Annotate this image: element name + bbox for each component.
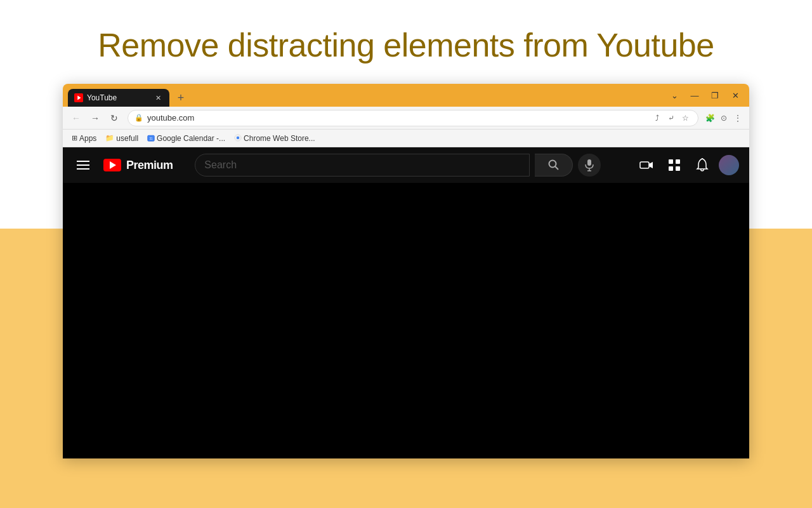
menu-icon[interactable]: ⋮ — [731, 112, 744, 124]
usefull-label: usefull — [116, 134, 138, 143]
tab-title: YouTube — [87, 93, 149, 102]
bookmark-chrome-store[interactable]: Chrome Web Store... — [230, 133, 319, 144]
chrome-navbar: ← → ↻ 🔒 youtube.com ⤴ ⤶ ☆ 🧩 ⊙ ⋮ — [63, 107, 749, 130]
address-bar[interactable]: 🔒 youtube.com ⤴ ⤶ ☆ — [128, 110, 698, 126]
yt-mic-button[interactable] — [578, 154, 601, 177]
yt-search-button[interactable] — [535, 154, 573, 177]
browser-window: YouTube ✕ + ⌄ — ❐ ✕ ← → ↻ 🔒 youtube.com … — [63, 84, 749, 458]
svg-point-6 — [237, 137, 240, 140]
svg-rect-8 — [77, 164, 89, 166]
yt-logo-icon — [103, 159, 121, 171]
folder-icon: 📁 — [105, 134, 114, 142]
lock-icon: 🔒 — [134, 114, 143, 122]
svg-rect-7 — [77, 161, 89, 162]
window-controls: ⌄ — ❐ ✕ — [665, 86, 744, 104]
bookmark-gcalendar[interactable]: 31 Google Calendar -... — [143, 133, 229, 144]
tab-area: YouTube ✕ + — [68, 84, 662, 107]
close-button[interactable]: ✕ — [726, 86, 744, 104]
bookmark-apps[interactable]: ⊞ Apps — [68, 133, 100, 144]
yt-menu-icon[interactable] — [73, 155, 93, 175]
nav-right-icons: 🧩 ⊙ ⋮ — [704, 112, 744, 124]
svg-rect-20 — [676, 166, 680, 171]
yt-create-icon[interactable] — [635, 154, 658, 177]
yt-content-area — [63, 183, 749, 458]
yt-header-right — [635, 154, 739, 177]
tab-close-button[interactable]: ✕ — [153, 93, 163, 103]
svg-point-10 — [549, 161, 556, 168]
yt-avatar[interactable] — [719, 155, 739, 175]
svg-rect-9 — [77, 168, 89, 170]
yt-play-triangle — [110, 161, 116, 169]
translate-icon[interactable]: ⤴ — [651, 112, 664, 124]
chrome-store-icon — [234, 134, 242, 143]
yt-search-area: Search — [195, 154, 601, 177]
apps-label: Apps — [79, 134, 96, 143]
apps-icon: ⊞ — [72, 134, 77, 142]
yt-search-bar[interactable]: Search — [195, 154, 530, 177]
gcalendar-label: Google Calendar -... — [157, 134, 225, 143]
back-button[interactable]: ← — [68, 110, 84, 126]
yt-logo-word: Premium — [126, 159, 173, 172]
url-text: youtube.com — [147, 113, 647, 123]
svg-rect-19 — [669, 166, 673, 171]
svg-rect-12 — [587, 159, 591, 166]
yt-notifications-icon[interactable] — [691, 154, 714, 177]
maximize-button[interactable]: ❐ — [706, 86, 724, 104]
yt-grid-icon[interactable] — [663, 154, 686, 177]
svg-rect-17 — [669, 159, 673, 164]
chrome-store-label: Chrome Web Store... — [244, 134, 315, 143]
bookmarks-bar: ⊞ Apps 📁 usefull 31 Google Calendar -... — [63, 130, 749, 147]
calendar-icon: 31 — [147, 134, 155, 143]
svg-marker-16 — [649, 162, 653, 168]
youtube-area: Premium Search — [63, 147, 749, 458]
refresh-button[interactable]: ↻ — [106, 110, 122, 126]
minimize-button[interactable]: — — [686, 86, 704, 104]
profile-icon[interactable]: ⊙ — [717, 112, 730, 124]
extensions-icon[interactable]: 🧩 — [704, 112, 716, 124]
bookmark-usefull[interactable]: 📁 usefull — [102, 133, 142, 144]
yt-logo[interactable]: Premium — [103, 159, 173, 172]
svg-rect-18 — [676, 159, 680, 164]
svg-rect-15 — [640, 162, 649, 168]
active-tab[interactable]: YouTube ✕ — [68, 89, 169, 107]
svg-line-11 — [555, 166, 558, 170]
chrome-titlebar: YouTube ✕ + ⌄ — ❐ ✕ — [63, 84, 749, 107]
new-tab-button[interactable]: + — [172, 89, 190, 107]
tab-favicon — [74, 93, 83, 102]
page-heading: Remove distracting elements from Youtube — [0, 0, 812, 84]
dropdown-button[interactable]: ⌄ — [665, 86, 683, 104]
cast-icon[interactable]: ⤶ — [665, 112, 678, 124]
svg-text:31: 31 — [150, 137, 154, 140]
yt-logo-text-area: Premium — [126, 159, 173, 172]
yt-header: Premium Search — [63, 147, 749, 183]
forward-button[interactable]: → — [87, 110, 103, 126]
address-icons: ⤴ ⤶ ☆ — [651, 112, 691, 124]
yt-search-placeholder[interactable]: Search — [204, 159, 520, 171]
bookmark-icon[interactable]: ☆ — [679, 112, 691, 124]
